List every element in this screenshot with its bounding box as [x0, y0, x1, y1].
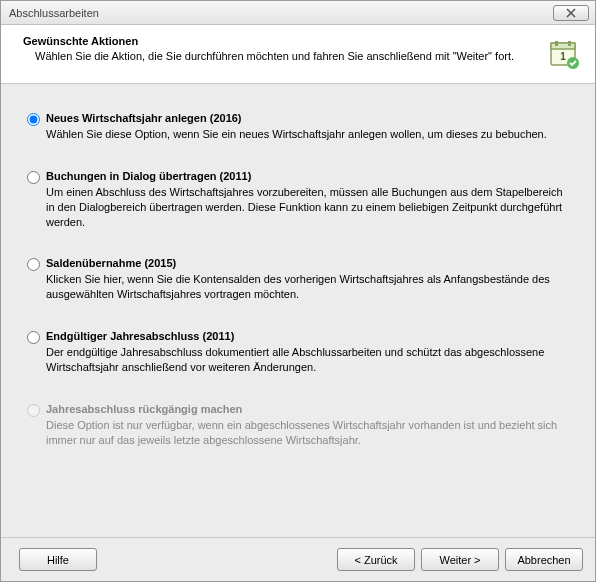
- radio-new-fiscal-year[interactable]: [27, 113, 40, 126]
- option-desc: Der endgültige Jahresabschluss dokumenti…: [46, 345, 569, 375]
- option-new-fiscal-year[interactable]: Neues Wirtschaftsjahr anlegen (2016) Wäh…: [27, 112, 569, 142]
- radio-transfer-bookings[interactable]: [27, 171, 40, 184]
- option-title: Neues Wirtschaftsjahr anlegen (2016): [46, 112, 569, 124]
- wizard-window: Abschlussarbeiten Gewünschte Aktionen Wä…: [0, 0, 596, 582]
- option-desc: Wählen Sie diese Option, wenn Sie ein ne…: [46, 127, 569, 142]
- option-balance-carryforward[interactable]: Saldenübernahme (2015) Klicken Sie hier,…: [27, 257, 569, 302]
- radio-final-year-end[interactable]: [27, 331, 40, 344]
- option-final-year-end[interactable]: Endgültiger Jahresabschluss (2011) Der e…: [27, 330, 569, 375]
- radio-undo-year-end: [27, 404, 40, 417]
- window-title: Abschlussarbeiten: [9, 7, 553, 19]
- header-subtitle: Wählen Sie die Aktion, die Sie durchführ…: [23, 50, 541, 62]
- option-title: Saldenübernahme (2015): [46, 257, 569, 269]
- option-undo-year-end: Jahresabschluss rückgängig machen Diese …: [27, 403, 569, 448]
- back-button[interactable]: < Zurück: [337, 548, 415, 571]
- option-transfer-bookings[interactable]: Buchungen in Dialog übertragen (2011) Um…: [27, 170, 569, 230]
- option-desc: Diese Option ist nur verfügbar, wenn ein…: [46, 418, 569, 448]
- option-desc: Um einen Abschluss des Wirtschaftsjahres…: [46, 185, 569, 230]
- wizard-header: Gewünschte Aktionen Wählen Sie die Aktio…: [1, 25, 595, 84]
- close-button[interactable]: [553, 5, 589, 21]
- titlebar: Abschlussarbeiten: [1, 1, 595, 25]
- svg-rect-3: [568, 41, 571, 46]
- close-icon: [565, 8, 577, 18]
- option-title: Buchungen in Dialog übertragen (2011): [46, 170, 569, 182]
- next-button[interactable]: Weiter >: [421, 548, 499, 571]
- svg-rect-2: [555, 41, 558, 46]
- svg-text:1: 1: [560, 51, 566, 62]
- header-title: Gewünschte Aktionen: [23, 35, 541, 47]
- cancel-button[interactable]: Abbrechen: [505, 548, 583, 571]
- option-title: Endgültiger Jahresabschluss (2011): [46, 330, 569, 342]
- calendar-icon: 1: [549, 39, 581, 71]
- help-button[interactable]: Hilfe: [19, 548, 97, 571]
- wizard-footer: Hilfe < Zurück Weiter > Abbrechen: [1, 537, 595, 581]
- option-title: Jahresabschluss rückgängig machen: [46, 403, 569, 415]
- svg-rect-1: [551, 43, 575, 49]
- options-panel: Neues Wirtschaftsjahr anlegen (2016) Wäh…: [1, 84, 595, 537]
- radio-balance-carryforward[interactable]: [27, 258, 40, 271]
- option-desc: Klicken Sie hier, wenn Sie die Kontensal…: [46, 272, 569, 302]
